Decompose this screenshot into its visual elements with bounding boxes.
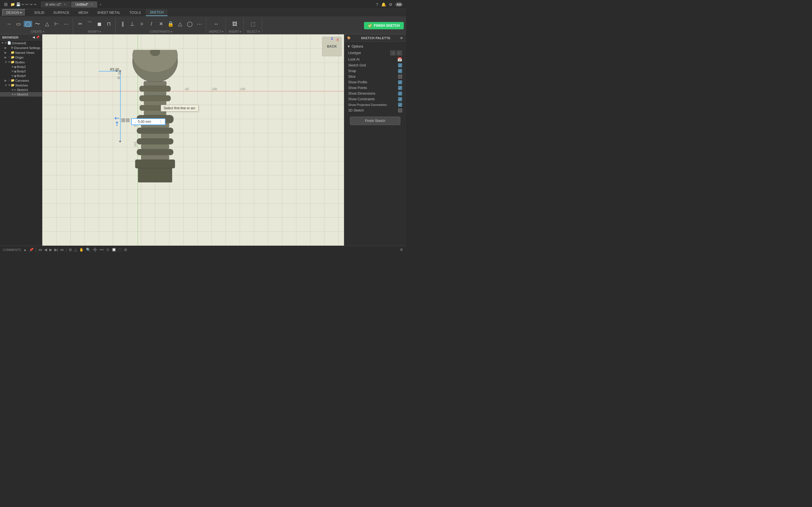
view-zoom-btn[interactable]: 🔍	[86, 247, 91, 252]
finish-sketch-btn[interactable]: ✅ FINISH SKETCH	[364, 22, 404, 29]
tree-origin[interactable]: ▶ 👁 📁 Origin	[0, 55, 42, 60]
root-eye[interactable]: 👁	[4, 41, 7, 45]
showpoints-checkbox[interactable]	[398, 86, 402, 90]
tree-body2[interactable]: ▶ 👁 ◼ Body2	[0, 64, 42, 69]
tool-rect[interactable]: ▭	[14, 21, 22, 27]
sketch1-eye[interactable]: 👁	[11, 89, 14, 92]
lookat-calendar-btn[interactable]: 📅	[397, 57, 402, 62]
bodies-eye[interactable]: 👁	[8, 61, 11, 64]
redo-icon[interactable]: ↪	[30, 3, 33, 6]
settings-icon[interactable]: ⚙	[389, 2, 393, 7]
sketches-eye[interactable]: 👁	[8, 83, 11, 87]
undo2-icon[interactable]: ↩	[26, 3, 29, 6]
dimension-input[interactable]	[138, 120, 158, 124]
tool-extend[interactable]: ⌒	[86, 21, 94, 27]
tree-namedviews[interactable]: ▶ 👁 📁 Named Views	[0, 50, 42, 55]
sketchgrid-checkbox[interactable]	[398, 63, 402, 67]
tool-perp[interactable]: ⊥	[128, 21, 137, 27]
view-zoomin-btn[interactable]: ➕	[93, 247, 97, 252]
view-orbit-btn[interactable]: △	[74, 247, 77, 252]
tool-slot[interactable]: ⊢	[52, 21, 61, 27]
tree-body4[interactable]: ▶ 👁 ◼ Body4	[0, 73, 42, 78]
ribbon-tab-sheetmetal[interactable]: SHEET METAL	[93, 10, 124, 16]
tool-collinear[interactable]: /	[147, 21, 156, 27]
tab-untitled-close[interactable]: ✕	[91, 3, 93, 6]
showprofile-checkbox[interactable]	[398, 80, 402, 84]
dim-more-btn[interactable]: ⋮	[159, 119, 163, 124]
app-grid-icon[interactable]: ⊞	[2, 2, 9, 7]
root-toggle[interactable]: ▼	[1, 41, 4, 45]
sp-expand-btn[interactable]: ▶	[401, 36, 403, 40]
sketches-toggle[interactable]: ▼	[4, 83, 8, 87]
settings-btn[interactable]: ⚙	[400, 247, 403, 252]
tool-measure[interactable]: ↔	[212, 21, 220, 27]
comments-pin-btn[interactable]: 📌	[29, 247, 34, 252]
tool-parallel[interactable]: ‖	[118, 21, 127, 27]
tool-offset[interactable]: ◼	[95, 21, 103, 27]
file-icon[interactable]: 📁	[10, 2, 15, 6]
tree-canvases[interactable]: ▶ 👁 📁 Canvases	[0, 78, 42, 83]
namedviews-toggle[interactable]: ▶	[4, 51, 8, 54]
tab-add-btn[interactable]: +	[98, 3, 103, 6]
origin-eye[interactable]: 👁	[8, 56, 11, 59]
body2-eye[interactable]: 👁	[11, 65, 14, 68]
view-zoomout-btn[interactable]: ➖	[100, 247, 104, 252]
body3-eye[interactable]: 👁	[11, 70, 14, 73]
bodies-toggle[interactable]: ▼	[4, 61, 8, 64]
view-display-btn[interactable]: 🔲	[112, 247, 116, 252]
viewcube[interactable]: BACK X Z	[322, 37, 342, 56]
tool-lock[interactable]: 🔒	[166, 21, 175, 27]
canvases-toggle[interactable]: ▶	[4, 79, 8, 82]
tool-coincident[interactable]: ✕	[157, 21, 165, 27]
docsettings-toggle[interactable]: ▶	[4, 46, 8, 49]
tab-untitled[interactable]: Untitled* ✕	[71, 1, 97, 8]
tool-concentric[interactable]: ◯	[186, 21, 194, 27]
sketch3-eye[interactable]: 👁	[11, 93, 14, 96]
ribbon-tab-tools[interactable]: TOOLS	[125, 10, 145, 16]
nav-back-btn[interactable]: ◀	[44, 247, 47, 252]
tree-docsettings[interactable]: ▶ 👁 ⚙ Document Settings	[0, 45, 42, 50]
tab-dr[interactable]: dr who v2* ✕	[41, 1, 70, 8]
tree-sketch1[interactable]: ▶ 👁 ✏ Sketch1	[0, 88, 42, 92]
showprojected-checkbox[interactable]	[398, 103, 402, 107]
tool-circle[interactable]: ◯	[24, 21, 32, 27]
browser-collapse-btn[interactable]: ◀	[33, 36, 35, 39]
tool-line[interactable]: →	[4, 21, 13, 27]
tool-tangent[interactable]: △	[176, 21, 185, 27]
slice-checkbox[interactable]	[398, 75, 402, 78]
canvases-eye[interactable]: 👁	[8, 79, 11, 82]
nav-fwd-btn[interactable]: ▶|	[54, 247, 58, 252]
notification-icon[interactable]: 🔔	[381, 2, 386, 7]
tool-spline[interactable]: 〜	[33, 21, 42, 27]
tool-select[interactable]: ⬚	[249, 21, 257, 27]
design-dropdown[interactable]: DESIGN ▾	[2, 9, 26, 16]
tree-root[interactable]: ▼ 👁 📄 (Unsaved)	[0, 41, 42, 45]
tree-sketch3[interactable]: ▶ 👁 ✏ Sketch3	[0, 92, 42, 97]
tool-trim[interactable]: ✂	[76, 21, 84, 27]
tool-more-constraints[interactable]: ⋯	[195, 21, 204, 27]
showdimensions-checkbox[interactable]	[398, 92, 402, 96]
comments-expand-btn[interactable]: ▲	[23, 247, 27, 252]
linetype-btn-left[interactable]: ◁	[390, 50, 396, 55]
tree-bodies[interactable]: ▼ 👁 📁 Bodies	[0, 60, 42, 64]
ribbon-tab-sketch[interactable]: SKETCH	[146, 9, 167, 16]
tool-insert-img[interactable]: 🖼	[231, 21, 239, 27]
browser-pin-btn[interactable]: 📌	[36, 36, 40, 39]
tree-sketches[interactable]: ▼ 👁 📁 Sketches	[0, 83, 42, 88]
sp-finish-sketch-btn[interactable]: Finish Sketch	[350, 117, 400, 125]
tab-dr-close[interactable]: ✕	[64, 3, 66, 6]
nav-prev-btn[interactable]: ⏮	[38, 247, 42, 252]
redo2-icon[interactable]: ↪	[34, 3, 36, 6]
tool-equal[interactable]: =	[138, 21, 146, 27]
resize-handle[interactable]	[121, 118, 130, 122]
snap-checkbox[interactable]	[398, 69, 402, 73]
view-pan-btn[interactable]: ✋	[79, 247, 84, 252]
body4-eye[interactable]: 👁	[11, 74, 14, 77]
tool-polygon[interactable]: △	[43, 21, 51, 27]
nav-next-btn[interactable]: ⏭	[60, 247, 64, 252]
tree-body3[interactable]: ▶ 👁 ◼ Body3	[0, 69, 42, 73]
ribbon-tab-surface[interactable]: SURFACE	[49, 10, 73, 16]
origin-toggle[interactable]: ▶	[4, 56, 8, 59]
linetype-btn-right[interactable]: ▷	[397, 50, 402, 55]
sp-options-toggle[interactable]: ▼ Options	[347, 43, 403, 50]
